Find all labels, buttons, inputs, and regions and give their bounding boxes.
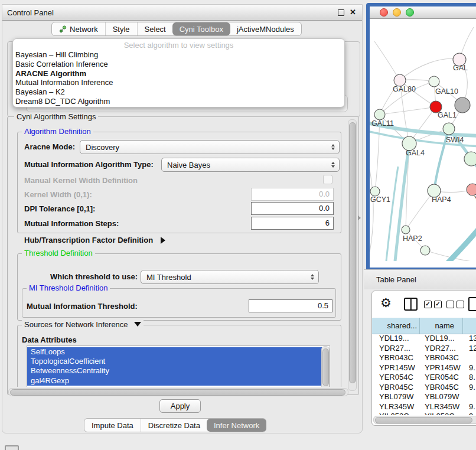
mi-steps-field[interactable]: 6: [251, 217, 334, 230]
network-canvas[interactable]: GALGAL80GAL10GAL1GAL11SWI4GAL4GCY1HAP4YH…: [370, 19, 476, 261]
mi-steps-label: Mutual Information Steps:: [24, 219, 119, 228]
minimized-panel-icon[interactable]: [5, 445, 19, 450]
table-row[interactable]: YBL079WYBL079W: [372, 392, 476, 402]
network-node-y[interactable]: [467, 184, 476, 195]
tab-jactivemnodules[interactable]: jActiveMNodules: [230, 22, 301, 35]
tab-cyni-toolbox[interactable]: Cyni Toolbox: [172, 22, 230, 35]
table-row[interactable]: YDR27...YDR27...12: [372, 344, 476, 354]
zoom-traffic-light-icon[interactable]: [406, 8, 414, 17]
dpi-tolerance-field[interactable]: 0.0: [251, 202, 334, 215]
table-body: YDL19...YDL19...13YDR27...YDR27...12YBR0…: [372, 334, 476, 415]
algorithm-option-basic-correlation-inference[interactable]: Basic Correlation Inference: [13, 60, 344, 69]
algorithm-option-aracne-algorithm[interactable]: ARACNE Algorithm: [13, 69, 344, 79]
table-cell: YLR345W: [372, 402, 420, 412]
table-cell: 9.: [463, 402, 476, 412]
network-node[interactable]: [455, 97, 470, 113]
table-row[interactable]: YBR043CYBR043C: [372, 353, 476, 363]
network-node-swi4[interactable]: [443, 123, 455, 135]
network-node-gal11[interactable]: [374, 109, 385, 120]
table-row[interactable]: YDL19...YDL19...13: [372, 334, 476, 344]
attribute-items: SelfLoopsTopologicalCoefficientBetweenne…: [27, 346, 322, 386]
attribute-list-scroll-thumb[interactable]: [322, 348, 329, 386]
mi-threshold-group-title: MI Threshold Definition: [27, 283, 110, 292]
float-window-icon[interactable]: [338, 9, 344, 16]
control-panel: Control Panel ✕ NetworkStyleSelectCyni T…: [2, 4, 363, 433]
attribute-item-betweennesscentrality[interactable]: BetweennessCentrality: [27, 366, 322, 376]
settings-horizontal-scrollbar[interactable]: [8, 388, 348, 396]
tab-style[interactable]: Style: [105, 22, 137, 35]
attribute-item-gal4rgexp[interactable]: gal4RGexp: [27, 376, 322, 386]
table-horizontal-scrollbar[interactable]: [373, 416, 476, 424]
network-node-label: GAL4: [406, 149, 425, 157]
network-node-hap2[interactable]: [402, 226, 410, 234]
table-cell: YER054C: [420, 373, 463, 383]
select-all-columns-button[interactable]: ✓ ✓: [424, 301, 442, 308]
aracne-mode-combo[interactable]: Discovery: [80, 140, 340, 154]
table-row[interactable]: YIL052CYIL052C9.: [372, 412, 476, 415]
network-node-gal10[interactable]: [429, 76, 439, 87]
table-hscroll-thumb[interactable]: [375, 417, 472, 423]
table-column-header-name[interactable]: name: [420, 318, 463, 334]
deselect-all-columns-button[interactable]: [446, 301, 464, 308]
table-column-header-value[interactable]: [463, 318, 476, 334]
table-cell: 9.: [463, 363, 476, 373]
settings-vertical-scrollbar[interactable]: [348, 119, 357, 391]
network-node-label: GAL10: [435, 87, 458, 96]
network-nodes[interactable]: GALGAL80GAL10GAL1GAL11SWI4GAL4GCY1HAP4YH…: [370, 53, 476, 255]
table-cell: YBL079W: [372, 392, 420, 402]
tab-select[interactable]: Select: [137, 22, 173, 35]
expanded-arrow-icon: [134, 322, 141, 327]
manual-kernel-width-checkbox[interactable]: [323, 175, 332, 184]
table-cell: YER054C: [372, 373, 420, 383]
network-window-titlebar: [370, 6, 476, 19]
algorithm-option-bayesian-k2[interactable]: Bayesian – K2: [13, 87, 344, 97]
network-node-gcy1[interactable]: [370, 187, 380, 196]
table-row[interactable]: YLR345WYLR345W9.: [372, 402, 476, 412]
attribute-item-selfloops[interactable]: SelfLoops: [27, 347, 322, 357]
network-node[interactable]: [420, 246, 430, 255]
bottom-tab-discretize-data[interactable]: Discretize Data: [141, 419, 207, 432]
algorithm-option-mutual-information-inference[interactable]: Mutual Information Inference: [13, 78, 344, 87]
table-cell: YIL052C: [372, 412, 420, 415]
tab-network[interactable]: Network: [52, 22, 105, 35]
minimize-traffic-light-icon[interactable]: [393, 8, 401, 17]
manual-kernel-width-label: Manual Kernel Width Definition: [24, 176, 138, 185]
close-traffic-light-icon[interactable]: [380, 8, 388, 17]
export-table-icon[interactable]: [468, 297, 476, 311]
apply-button[interactable]: Apply: [159, 399, 201, 413]
mi-algorithm-type-value: Naive Bayes: [167, 161, 210, 169]
table-cell: 9.: [463, 412, 476, 415]
attribute-list-scrollbar[interactable]: [321, 346, 330, 387]
settings-scroll-thumb[interactable]: [349, 122, 356, 383]
attribute-item-topologicalcoefficient[interactable]: TopologicalCoefficient: [27, 357, 322, 366]
network-node-label: GAL11: [371, 119, 394, 128]
settings-hscroll-thumb[interactable]: [10, 389, 345, 396]
kernel-width-field[interactable]: 0.0: [251, 188, 334, 201]
table-panel: ⚙ ✓ ✓ shared...name YDL19...YDL19...13YD…: [371, 291, 476, 426]
algorithm-option-bayesian-hill-climbing[interactable]: Bayesian – Hill Climbing: [13, 50, 344, 60]
splitter-collapse-arrow-icon[interactable]: [358, 216, 361, 220]
network-node-gal80[interactable]: [394, 74, 406, 86]
algorithm-option-dream8-dc-tdc-algorithm[interactable]: Dream8 DC_TDC Algorithm: [13, 97, 344, 106]
table-cell: YDL19...: [420, 334, 463, 344]
tab-label: Network: [70, 25, 98, 34]
bottom-tab-infer-network[interactable]: Infer Network: [207, 419, 266, 432]
tab-label: Cyni Toolbox: [180, 25, 223, 34]
mi-algorithm-type-combo[interactable]: Naive Bayes: [161, 158, 340, 172]
table-settings-button[interactable]: ⚙: [380, 297, 392, 309]
table-row[interactable]: YPR145WYPR145W9.: [372, 363, 476, 373]
checked-checkbox-icon: ✓: [434, 301, 442, 308]
table-row[interactable]: YER054CYER054C8.: [372, 373, 476, 383]
split-view-icon[interactable]: [404, 298, 418, 311]
mi-threshold-field[interactable]: 0.5: [249, 299, 332, 312]
bottom-tab-impute-data[interactable]: Impute Data: [84, 419, 141, 432]
table-cell: YPR145W: [372, 363, 420, 373]
table-column-header-shared-[interactable]: shared...: [372, 318, 420, 334]
table-row[interactable]: YBR045CYBR045C9.: [372, 383, 476, 393]
sources-toggle[interactable]: Sources for Network Inference: [22, 320, 144, 329]
network-node[interactable]: [464, 152, 476, 166]
which-threshold-combo[interactable]: MI Threshold: [141, 270, 319, 284]
close-icon[interactable]: ✕: [350, 9, 356, 15]
algorithm-dropdown-popup: Select algorithm to view settings Bayesi…: [12, 38, 345, 107]
hub-section-toggle[interactable]: Hub/Transcription Factor Definition: [24, 236, 165, 244]
